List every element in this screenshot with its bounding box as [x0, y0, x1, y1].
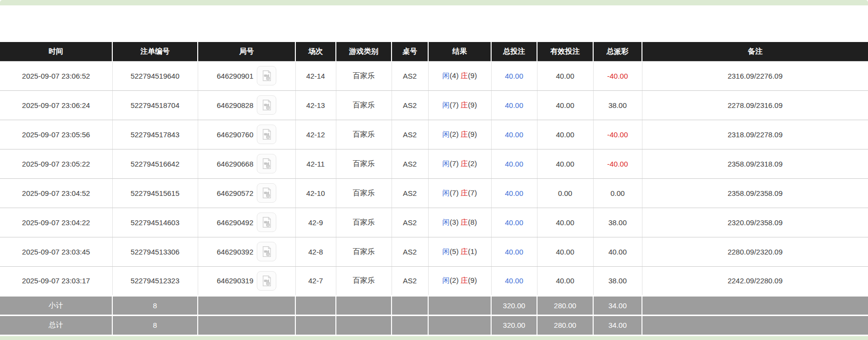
round-number: 646290901 — [217, 72, 253, 80]
cell-payout: 0.00 — [593, 178, 642, 208]
video-file-icon — [260, 187, 273, 199]
cell-time: 2025-09-07 23:04:52 — [0, 178, 112, 208]
cell-remark: 2358.09/2318.09 — [642, 149, 868, 178]
result-banker-score: (9) — [468, 101, 477, 109]
round-number: 646290392 — [217, 248, 253, 256]
cell-remark: 2280.09/2320.09 — [642, 237, 868, 266]
cell-total-bet[interactable]: 40.00 — [491, 266, 537, 296]
cell-valid-bet: 40.00 — [537, 208, 593, 237]
cell-bet-id: 522794514603 — [112, 208, 198, 237]
header-session: 场次 — [295, 42, 336, 61]
video-replay-button[interactable] — [257, 66, 276, 85]
header-payout: 总派彩 — [593, 42, 642, 61]
cell-payout: 38.00 — [593, 208, 642, 237]
cell-total-bet[interactable]: 40.00 — [491, 178, 537, 208]
cell-remark: 2242.09/2280.09 — [642, 266, 868, 296]
cell-game-type: 百家乐 — [336, 120, 392, 149]
subtotal-row: 小计 8 320.00 280.00 34.00 — [0, 296, 868, 315]
video-replay-button[interactable] — [257, 125, 276, 144]
cell-game-type: 百家乐 — [336, 90, 392, 120]
cell-game-type: 百家乐 — [336, 266, 392, 296]
cell-bet-id: 522794519640 — [112, 61, 198, 90]
table-row: 2025-09-07 23:04:22 522794514603 6462904… — [0, 208, 868, 237]
cell-session: 42-8 — [295, 237, 336, 266]
subtotal-empty — [428, 296, 491, 315]
cell-time: 2025-09-07 23:05:22 — [0, 149, 112, 178]
subtotal-label: 小计 — [0, 296, 112, 315]
cell-total-bet[interactable]: 40.00 — [491, 61, 537, 90]
cell-table-no: AS2 — [392, 149, 428, 178]
cell-session: 42-11 — [295, 149, 336, 178]
cell-total-bet[interactable]: 40.00 — [491, 237, 537, 266]
header-game-type: 游戏类别 — [336, 42, 392, 61]
cell-result: 闲(2) 庄(9) — [428, 266, 491, 296]
cell-bet-id: 522794512323 — [112, 266, 198, 296]
cell-time: 2025-09-07 23:05:56 — [0, 120, 112, 149]
table-row: 2025-09-07 23:06:24 522794518704 6462908… — [0, 90, 868, 120]
result-player-score: (3) — [450, 218, 458, 226]
video-replay-button[interactable] — [257, 154, 276, 173]
subtotal-total-bet: 320.00 — [491, 296, 537, 315]
result-player-score: (5) — [450, 247, 458, 255]
cell-valid-bet: 0.00 — [537, 178, 593, 208]
cell-result: 闲(2) 庄(9) — [428, 120, 491, 149]
result-banker-score: (1) — [468, 247, 477, 255]
cell-time: 2025-09-07 23:03:45 — [0, 237, 112, 266]
video-replay-button[interactable] — [257, 242, 276, 261]
subtotal-empty — [198, 296, 295, 315]
cell-round-id: 646290319 — [198, 266, 295, 296]
cell-result: 闲(5) 庄(1) — [428, 237, 491, 266]
header-table-no: 桌号 — [392, 42, 428, 61]
cell-session: 42-12 — [295, 120, 336, 149]
round-number: 646290668 — [217, 160, 253, 168]
cell-remark: 2278.09/2316.09 — [642, 90, 868, 120]
cell-payout: 38.00 — [593, 266, 642, 296]
cell-session: 42-7 — [295, 266, 336, 296]
result-banker-label: 庄 — [461, 101, 468, 109]
video-replay-button[interactable] — [257, 95, 276, 115]
subtotal-empty — [295, 296, 336, 315]
header-round-id: 局号 — [198, 42, 295, 61]
table-row: 2025-09-07 23:04:52 522794515615 6462905… — [0, 178, 868, 208]
cell-total-bet[interactable]: 40.00 — [491, 90, 537, 120]
cell-result: 闲(7) 庄(9) — [428, 90, 491, 120]
result-banker-score: (8) — [468, 218, 477, 226]
result-player-label: 闲 — [442, 101, 450, 109]
result-player-label: 闲 — [442, 276, 450, 284]
cell-table-no: AS2 — [392, 266, 428, 296]
cell-total-bet[interactable]: 40.00 — [491, 120, 537, 149]
result-player-label: 闲 — [442, 247, 450, 255]
total-payout: 34.00 — [593, 315, 642, 335]
result-banker-label: 庄 — [461, 71, 468, 80]
cell-valid-bet: 40.00 — [537, 266, 593, 296]
cell-payout: 40.00 — [593, 237, 642, 266]
bet-records-table: 时间 注单编号 局号 场次 游戏类别 桌号 结果 总投注 有效投注 总派彩 备注… — [0, 42, 868, 335]
total-label: 总计 — [0, 315, 112, 335]
cell-total-bet[interactable]: 40.00 — [491, 208, 537, 237]
cell-payout: -40.00 — [593, 149, 642, 178]
cell-round-id: 646290668 — [198, 149, 295, 178]
video-replay-button[interactable] — [257, 183, 276, 203]
cell-round-id: 646290492 — [198, 208, 295, 237]
cell-session: 42-10 — [295, 178, 336, 208]
round-number: 646290572 — [217, 189, 253, 197]
cell-result: 闲(7) 庄(2) — [428, 149, 491, 178]
cell-time: 2025-09-07 23:03:17 — [0, 266, 112, 296]
table-body: 2025-09-07 23:06:52 522794519640 6462909… — [0, 61, 868, 296]
video-file-icon — [260, 157, 273, 170]
table-footer: 小计 8 320.00 280.00 34.00 总计 8 320.00 280… — [0, 296, 868, 335]
cell-payout: -40.00 — [593, 61, 642, 90]
cell-total-bet[interactable]: 40.00 — [491, 149, 537, 178]
video-replay-button[interactable] — [257, 271, 276, 291]
cell-table-no: AS2 — [392, 61, 428, 90]
video-replay-button[interactable] — [257, 212, 276, 232]
header-remark: 备注 — [642, 42, 868, 61]
header-time: 时间 — [0, 42, 112, 61]
cell-payout: -40.00 — [593, 120, 642, 149]
subtotal-valid-bet: 280.00 — [537, 296, 593, 315]
cell-result: 闲(3) 庄(8) — [428, 208, 491, 237]
total-empty — [295, 315, 336, 335]
result-banker-label: 庄 — [461, 276, 468, 284]
result-player-label: 闲 — [442, 159, 450, 168]
total-empty — [642, 315, 868, 335]
